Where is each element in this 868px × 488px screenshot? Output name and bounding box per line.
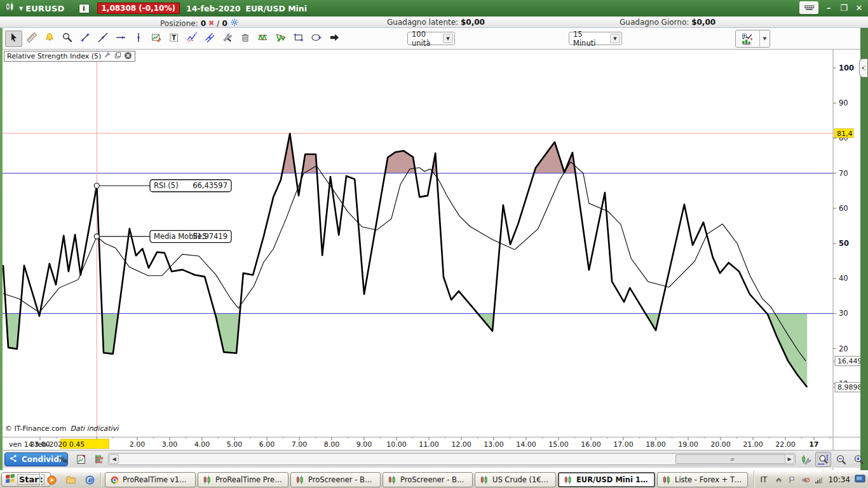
scroll-right-icon[interactable]: ▶ [785,454,794,464]
tool-pointer-button[interactable] [5,30,22,47]
mute-icon[interactable] [801,475,810,485]
tool-pattern-down-button[interactable] [272,30,289,47]
taskbar-button-0[interactable]: ProRealTime v10.3 - ... [105,472,196,487]
marker-point[interactable] [94,183,99,188]
vertical-line-icon [133,32,144,46]
tool-zigzag-button[interactable] [183,30,200,47]
x-tick-label: 16.00 [581,440,601,449]
volume-profile-icon[interactable] [92,452,107,466]
percent-link-icon[interactable]: % [56,452,71,466]
x-tick-label: 21.00 [743,440,763,449]
close-panel-icon[interactable] [124,51,132,62]
x-tick-label: 20.00 [710,440,731,449]
zoom-fit-button[interactable] [815,452,831,467]
rsi-chart-canvas[interactable]: Relative Strength Index (5) © IT-Finance… [3,50,860,478]
tool-drawing-tools-button[interactable] [219,30,236,47]
drawn-level-label: 81,4 [837,130,853,138]
svg-text:T: T [172,34,176,41]
tool-delete-button[interactable] [236,30,254,47]
timeframe-dropdown[interactable]: 15 Minuti ▼ [569,32,622,45]
info-button[interactable]: i [79,4,90,13]
wrench-icon[interactable] [104,51,111,61]
scroll-left-icon[interactable]: ◀ [109,454,119,464]
indicator-edit-icon [151,32,162,46]
zigzag-icon [186,32,198,46]
x-tick-label: 18.00 [646,440,666,449]
media-mobile-line[interactable] [3,162,806,361]
windows-logo-icon [5,473,15,485]
y-tick-label: 60 [839,204,848,213]
side-panel-toggle[interactable] [859,58,867,78]
tool-zoom-button[interactable] [58,30,76,47]
x-tick-label: 3.00 [162,440,178,449]
tool-trendline-button[interactable] [94,30,111,47]
day-gain-value: $0,00 [691,18,715,27]
chart-bottom-bar: Condividi % ◀ ≡ ▶ [3,450,860,468]
tool-pattern-up-button[interactable] [254,30,271,47]
start-button[interactable]: Start [1,472,51,487]
candles-icon [662,475,672,485]
copyright-note: © IT-Finance.comDati indicativi [5,424,118,433]
zoom-out-button[interactable] [833,452,849,467]
taskbar-button-5[interactable]: EUR/USD Mini 15 ... [558,472,655,487]
duplicate-icon[interactable] [114,51,121,61]
minimize-button[interactable]: – [824,3,834,13]
tool-horizontal-line-button[interactable] [112,30,129,47]
task-label: ProScreener - Bearish... [308,475,376,484]
time-scrollbar[interactable]: ◀ ≡ ▶ [108,453,796,465]
marker-point[interactable] [94,234,99,239]
x-tick-label: 17.00 [613,440,634,449]
tool-text-button[interactable]: T [165,30,182,47]
x-tick-label: 14.00 [516,440,536,449]
tool-ruler-button[interactable] [23,30,40,47]
close-position-icon[interactable]: ✖ [208,19,214,27]
news-chart-icon[interactable] [74,452,89,466]
chrome-icon [110,475,119,485]
task-label: EUR/USD Mini 15 ... [576,475,649,484]
chevron-up-icon[interactable] [774,475,783,485]
x-tick-label: 13.00 [484,440,504,449]
taskbar-button-2[interactable]: ProScreener - Bearish... [290,472,381,487]
position-info-bar: Posizione: 0 ✖ / 0 Guadagno latente: $0,… [0,17,868,28]
keyboard-icon[interactable] [799,1,818,14]
show-desktop-icon[interactable] [855,473,865,487]
day-gain-label: Guadagno Giorno: [620,18,689,27]
taskbar-button-3[interactable]: ProScreener - Bearish... [383,472,473,487]
taskbar-button-6[interactable]: Liste - Forex + Titoli [657,472,748,487]
quicklaunch-media-player[interactable] [44,473,58,487]
y-tick-label: 30 [839,309,848,318]
tool-continue-arrow-button[interactable] [325,30,342,47]
position-separator: / [217,19,219,28]
signal-icon[interactable] [814,475,824,485]
pattern-down-icon [275,32,287,46]
tool-segment-button[interactable] [76,30,93,47]
chevron-down-icon: ▼ [760,30,770,47]
restore-button[interactable]: ❐ [839,3,849,13]
candle-settings-icon[interactable] [798,452,814,467]
add-indicator-button[interactable]: ▼ [735,30,770,48]
taskbar-button-1[interactable]: ProRealTime Premium [198,472,288,487]
tool-rectangle-button[interactable] [290,30,307,47]
quicklaunch-internet-explorer[interactable]: e [83,473,97,487]
symbol-label[interactable]: EURUSD [25,4,64,13]
tool-ellipse-button[interactable] [308,30,325,47]
chevron-down-icon[interactable]: ▼ [19,6,23,11]
quicklaunch-folder[interactable] [64,473,78,487]
indicator-panel-tab[interactable]: Relative Strength Index (5) [4,51,135,62]
tool-alert-button[interactable] [41,30,58,47]
chevron-down-icon: ▼ [443,34,453,43]
scrollbar-thumb[interactable]: ≡ [675,454,790,464]
orders-gear-icon[interactable] [230,18,239,29]
zoom-in-button[interactable] [851,452,867,467]
flag-icon[interactable] [787,475,797,485]
y-tick-label: 70 [839,169,848,178]
units-dropdown[interactable]: 100 unità ▼ [407,32,455,45]
close-button[interactable]: ✕ [854,3,864,13]
taskbar-button-4[interactable]: US Crude (1€) 1 Or... [475,472,556,487]
tool-indicator-edit-button[interactable] [147,30,165,47]
language-indicator[interactable]: IT [761,475,768,484]
tool-vertical-line-button[interactable] [130,30,147,47]
task-label: US Crude (1€) 1 Or... [492,475,551,484]
tool-parallel-lines-button[interactable] [201,30,218,47]
rsi-plot[interactable]: 10090807060504030201081,416,4498,989823.… [3,50,860,478]
